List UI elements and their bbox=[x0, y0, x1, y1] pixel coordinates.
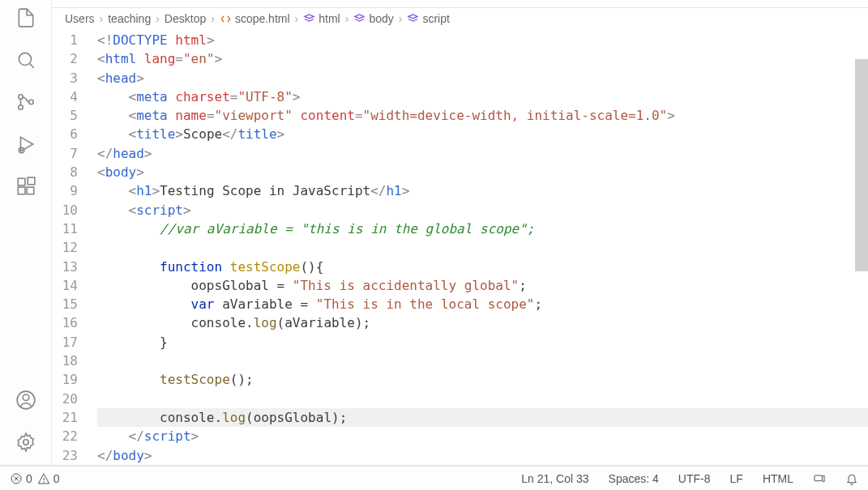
svg-point-12 bbox=[23, 394, 29, 401]
svg-marker-5 bbox=[20, 137, 32, 151]
code-line[interactable] bbox=[97, 390, 868, 408]
line-number: 4 bbox=[52, 87, 78, 106]
chevron-right-icon: › bbox=[211, 12, 215, 25]
scrollbar-thumb[interactable] bbox=[855, 59, 868, 271]
code-line[interactable] bbox=[97, 352, 868, 370]
breadcrumb-item[interactable]: scope.html bbox=[220, 12, 290, 25]
breadcrumb[interactable]: Users›teaching›Desktop›scope.html›html›b… bbox=[52, 8, 868, 29]
element-icon bbox=[353, 13, 366, 25]
svg-rect-10 bbox=[28, 177, 35, 185]
line-number: 18 bbox=[52, 352, 78, 370]
chevron-right-icon: › bbox=[399, 12, 403, 25]
line-number: 15 bbox=[52, 295, 78, 313]
breadcrumb-item[interactable]: script bbox=[407, 12, 449, 25]
warnings-count[interactable]: 0 bbox=[37, 472, 60, 485]
feedback-icon[interactable] bbox=[813, 472, 826, 485]
breadcrumb-item[interactable]: body bbox=[353, 12, 393, 25]
source-control-icon[interactable] bbox=[15, 91, 37, 113]
code-line[interactable]: <meta name="viewport" content="width=dev… bbox=[97, 106, 868, 125]
file-icon bbox=[220, 13, 232, 25]
svg-rect-9 bbox=[27, 187, 34, 194]
breadcrumb-label: scope.html bbox=[235, 12, 290, 25]
element-icon bbox=[303, 13, 315, 25]
chevron-right-icon: › bbox=[345, 12, 349, 25]
code-line[interactable]: //var aVariable = "this is in the global… bbox=[97, 219, 868, 238]
code-line[interactable]: <html lang="en"> bbox=[97, 49, 868, 68]
breadcrumb-item[interactable]: Users bbox=[65, 12, 95, 25]
eol-info[interactable]: LF bbox=[730, 472, 743, 485]
warnings-value: 0 bbox=[53, 472, 60, 485]
breadcrumb-item[interactable]: Desktop bbox=[165, 12, 206, 25]
breadcrumb-label: teaching bbox=[108, 12, 151, 25]
breadcrumb-label: Desktop bbox=[165, 12, 206, 25]
svg-rect-8 bbox=[18, 187, 25, 194]
line-number: 19 bbox=[52, 370, 78, 389]
account-icon[interactable] bbox=[15, 389, 37, 411]
code-line[interactable]: <h1>Testing Scope in JavaScript</h1> bbox=[97, 181, 868, 200]
bell-icon[interactable] bbox=[845, 472, 858, 485]
breadcrumb-label: body bbox=[369, 12, 393, 25]
line-number: 11 bbox=[52, 219, 78, 238]
code-line[interactable]: <title>Scope</title> bbox=[97, 125, 868, 143]
line-number: 5 bbox=[52, 106, 78, 125]
line-number: 10 bbox=[52, 201, 78, 219]
code-line[interactable]: console.log(aVariable); bbox=[97, 313, 868, 332]
code-content[interactable]: <!DOCTYPE html><html lang="en"><head> <m… bbox=[97, 29, 868, 465]
svg-point-2 bbox=[18, 95, 22, 99]
search-icon[interactable] bbox=[15, 49, 37, 71]
chevron-right-icon: › bbox=[295, 12, 299, 25]
code-line[interactable]: } bbox=[97, 333, 868, 352]
line-number: 8 bbox=[52, 163, 78, 181]
element-icon bbox=[407, 13, 419, 25]
explorer-icon[interactable] bbox=[15, 6, 37, 29]
svg-rect-7 bbox=[18, 178, 25, 185]
code-line[interactable]: <meta charset="UTF-8"> bbox=[97, 87, 868, 106]
code-line[interactable]: <head> bbox=[97, 69, 868, 87]
line-number: 3 bbox=[52, 69, 78, 87]
errors-count[interactable]: 0 bbox=[10, 472, 32, 485]
line-number: 23 bbox=[52, 446, 78, 465]
code-line[interactable] bbox=[97, 238, 868, 257]
code-line[interactable]: function testScope(){ bbox=[97, 258, 868, 276]
breadcrumb-item[interactable]: teaching bbox=[108, 12, 151, 25]
svg-point-0 bbox=[19, 53, 31, 65]
breadcrumb-label: html bbox=[319, 12, 340, 25]
activity-bar bbox=[0, 0, 52, 465]
line-numbers: 1234567891011121314151617181920212223 bbox=[52, 29, 97, 465]
line-number: 14 bbox=[52, 276, 78, 295]
debug-icon[interactable] bbox=[15, 133, 37, 156]
encoding-info[interactable]: UTF-8 bbox=[678, 472, 711, 485]
cursor-position[interactable]: Ln 21, Col 33 bbox=[521, 472, 588, 485]
code-line[interactable]: <!DOCTYPE html> bbox=[97, 31, 868, 49]
code-line[interactable]: </body> bbox=[97, 446, 868, 465]
code-line[interactable]: </script> bbox=[97, 427, 868, 445]
code-editor[interactable]: 1234567891011121314151617181920212223 <!… bbox=[52, 29, 868, 465]
status-bar: 0 0 Ln 21, Col 33 Spaces: 4 UTF-8 LF HTM… bbox=[0, 466, 868, 490]
indent-info[interactable]: Spaces: 4 bbox=[609, 472, 659, 485]
code-line[interactable]: testScope(); bbox=[97, 370, 868, 389]
language-mode[interactable]: HTML bbox=[763, 472, 793, 485]
line-number: 2 bbox=[52, 49, 78, 68]
code-line[interactable]: <script> bbox=[97, 201, 868, 219]
code-line[interactable]: </head> bbox=[97, 144, 868, 163]
code-line[interactable]: var aVariable = "This is in the local sc… bbox=[97, 295, 868, 313]
extensions-icon[interactable] bbox=[15, 175, 37, 198]
line-number: 20 bbox=[52, 390, 78, 408]
code-line[interactable]: oopsGlobal = "This is accidentally globa… bbox=[97, 276, 868, 295]
code-line[interactable]: <body> bbox=[97, 163, 868, 181]
settings-gear-icon[interactable] bbox=[15, 431, 37, 454]
line-number: 9 bbox=[52, 181, 78, 200]
svg-point-4 bbox=[28, 100, 32, 104]
svg-point-18 bbox=[43, 481, 44, 482]
svg-point-13 bbox=[23, 440, 28, 445]
line-number: 16 bbox=[52, 313, 78, 332]
editor-area: Users›teaching›Desktop›scope.html›html›b… bbox=[52, 0, 868, 465]
line-number: 12 bbox=[52, 238, 78, 257]
chevron-right-icon: › bbox=[100, 12, 104, 25]
svg-rect-19 bbox=[815, 475, 822, 481]
code-line[interactable]: console.log(oopsGlobal); bbox=[97, 408, 868, 427]
line-number: 17 bbox=[52, 333, 78, 352]
breadcrumb-item[interactable]: html bbox=[303, 12, 340, 25]
line-number: 13 bbox=[52, 258, 78, 276]
svg-point-3 bbox=[18, 105, 22, 109]
